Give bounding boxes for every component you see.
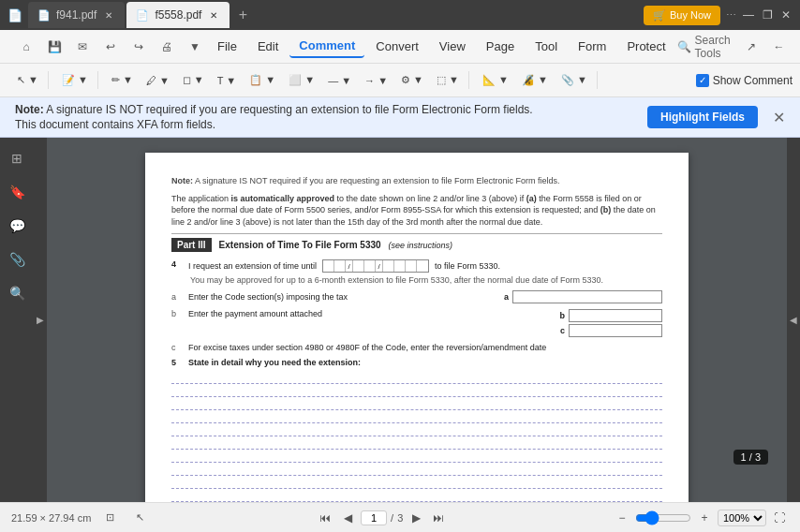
- restore-button[interactable]: ❐: [761, 8, 774, 22]
- page-total: 3: [397, 512, 403, 524]
- zoom-out-button[interactable]: −: [613, 509, 631, 527]
- row-5-num: 5: [171, 358, 183, 367]
- tool-group-3: ✏ ▼ 🖊 ▼ ◻ ▼ T ▼ 📋 ▼ ⬜ ▼ — ▼ → ▼ ⚙ ▼ ⬚ ▼: [102, 71, 469, 89]
- menu-protect[interactable]: Protect: [617, 36, 674, 57]
- row-5: 5 State in detail why you need the exten…: [171, 358, 662, 367]
- new-tab-button[interactable]: +: [231, 4, 254, 26]
- external-link-icon[interactable]: ↗: [740, 36, 763, 58]
- zoom-in-button[interactable]: +: [695, 509, 714, 527]
- fit-page-icon[interactable]: ⊡: [98, 507, 121, 529]
- prev-page-button[interactable]: ◀: [338, 509, 357, 527]
- note-label: Note:: [15, 103, 44, 116]
- minimize-button[interactable]: —: [742, 8, 755, 22]
- print-icon[interactable]: 🖨: [156, 36, 178, 58]
- left-panel-toggle[interactable]: ▶: [34, 138, 47, 502]
- email-icon[interactable]: ✉: [71, 36, 94, 58]
- attach-tool[interactable]: 📎 ▼: [556, 71, 593, 89]
- first-page-button[interactable]: ⏮: [316, 509, 334, 527]
- home-icon[interactable]: ⌂: [15, 36, 37, 58]
- show-comment-checkbox[interactable]: ✓: [696, 74, 709, 87]
- save-icon[interactable]: 💾: [43, 36, 66, 58]
- next-page-button[interactable]: ▶: [407, 509, 425, 527]
- area-tool[interactable]: ⬚ ▼: [431, 71, 465, 89]
- menu-comment[interactable]: Comment: [289, 35, 364, 58]
- stamp2-tool[interactable]: 🔏 ▼: [516, 71, 554, 89]
- last-page-button[interactable]: ⏭: [429, 509, 448, 527]
- input-a[interactable]: [512, 290, 662, 303]
- auto-approval-text: The application is automatically approve…: [171, 193, 662, 229]
- detail-line-10: [171, 491, 662, 502]
- row-4-suffix: to file Form 5330.: [435, 261, 500, 271]
- row-4-text: I request an extension of time until: [188, 261, 317, 271]
- detail-lines: [171, 373, 662, 502]
- detail-line-3: [171, 399, 662, 410]
- extra-tool[interactable]: ⚙ ▼: [395, 71, 429, 89]
- detail-line-5: [171, 425, 662, 436]
- menu-convert[interactable]: Convert: [366, 36, 428, 57]
- back-icon[interactable]: ←: [768, 36, 791, 58]
- page-separator: /: [391, 512, 393, 524]
- cursor-tool[interactable]: ↖ ▼: [11, 71, 44, 89]
- fullscreen-button[interactable]: ⛶: [770, 509, 789, 527]
- row-c: c For excise taxes under section 4980 or…: [171, 343, 662, 352]
- menu-home[interactable]: File: [208, 36, 246, 57]
- pencil-tool[interactable]: ✏ ▼: [106, 71, 139, 89]
- date-input[interactable]: / /: [322, 259, 429, 273]
- redo-icon[interactable]: ↪: [127, 36, 150, 58]
- pdf-app-icon: 📄: [7, 8, 22, 22]
- undo-icon[interactable]: ↩: [99, 36, 122, 58]
- menu-view[interactable]: View: [430, 36, 475, 57]
- highlight-tool[interactable]: 🖊 ▼: [141, 72, 175, 89]
- notification-body: This document contains XFA form fields.: [15, 118, 533, 131]
- menu-tool[interactable]: Tool: [526, 36, 567, 57]
- section-divider: [171, 233, 662, 234]
- part3-header: Part III Extension of Time To File Form …: [171, 238, 662, 252]
- menu-edit[interactable]: Edit: [248, 36, 288, 57]
- sidebar-item-attachment[interactable]: 📎: [4, 246, 30, 273]
- highlight-fields-button[interactable]: Highlight Fields: [647, 106, 758, 128]
- page-number-input[interactable]: [361, 510, 387, 525]
- row-5-text: State in detail why you need the extensi…: [188, 358, 361, 367]
- stamp-tool[interactable]: ⬜ ▼: [283, 71, 320, 89]
- input-c[interactable]: [569, 324, 662, 337]
- right-panel-toggle[interactable]: ◀: [787, 138, 800, 502]
- tab-list: 📄 📄 f941.pdf ✕ 📄 f5558.pdf ✕ +: [7, 0, 640, 30]
- menu-dots[interactable]: ⋯: [726, 9, 736, 22]
- close-button[interactable]: ✕: [779, 8, 793, 22]
- buy-now-button[interactable]: 🛒 Buy Now: [644, 6, 720, 25]
- sidebar-item-pages[interactable]: ⊞: [4, 145, 30, 171]
- row-a-text: Enter the Code section(s) imposing the t…: [188, 292, 498, 302]
- sidebar-item-comment[interactable]: 💬: [4, 213, 30, 239]
- detail-line-7: [171, 451, 662, 463]
- menu-form[interactable]: Form: [569, 36, 615, 57]
- bottombar: 21.59 × 27.94 cm ⊡ ↖ ⏮ ◀ / 3 ▶ ⏭ − + 100…: [0, 502, 800, 532]
- callout-tool[interactable]: 📋 ▼: [244, 71, 281, 89]
- arrow-tool[interactable]: → ▼: [359, 72, 393, 89]
- detail-line-2: [171, 386, 662, 397]
- shape-tool[interactable]: ◻ ▼: [177, 71, 210, 89]
- sidebar-item-bookmark[interactable]: 🔖: [4, 179, 30, 205]
- notification-close[interactable]: ✕: [773, 109, 785, 126]
- dropdown-icon[interactable]: ▼: [184, 36, 206, 58]
- sidebar-item-search[interactable]: 🔍: [4, 280, 30, 306]
- row-4-note: You may be approved for up to a 6-month …: [190, 275, 662, 285]
- tab-f5558[interactable]: 📄 f5558.pdf ✕: [126, 2, 230, 28]
- tab-f5558-close[interactable]: ✕: [207, 8, 220, 22]
- pdf-scroll-area[interactable]: Note: A signature IS NOT required if you…: [47, 138, 787, 502]
- sticky-note-tool[interactable]: 📝 ▼: [56, 71, 94, 89]
- search-tools-area[interactable]: 🔍 Search Tools: [677, 34, 731, 60]
- input-b[interactable]: [569, 309, 662, 322]
- forward-icon[interactable]: →: [796, 36, 800, 58]
- text-tool[interactable]: T ▼: [212, 72, 242, 89]
- show-comment-toggle[interactable]: ✓ Show Comment: [696, 74, 793, 87]
- tab-f941-close[interactable]: ✕: [102, 8, 115, 22]
- tab-f941-label: f941.pdf: [56, 8, 96, 22]
- measure-tool[interactable]: 📐 ▼: [477, 71, 514, 89]
- menu-page[interactable]: Page: [477, 36, 524, 57]
- zoom-slider[interactable]: [635, 510, 691, 525]
- zoom-select[interactable]: 100% 75% 125% 150%: [718, 510, 766, 526]
- row-b-label: b: [171, 309, 183, 318]
- line-tool[interactable]: — ▼: [322, 72, 357, 89]
- tab-f941[interactable]: 📄 f941.pdf ✕: [28, 2, 125, 28]
- cursor-mode-icon[interactable]: ↖: [128, 507, 151, 529]
